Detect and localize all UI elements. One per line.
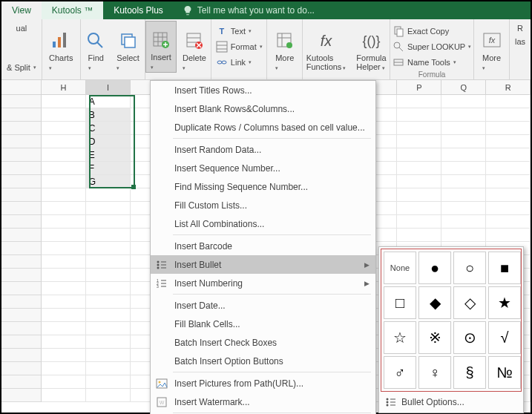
- bullet-male-sign[interactable]: ♂: [384, 356, 416, 389]
- bullet-section-sign[interactable]: §: [453, 356, 486, 389]
- insert-button[interactable]: Insert▾: [145, 21, 177, 73]
- bullet-filled-diamond[interactable]: ◆: [418, 286, 451, 319]
- menu-insert-blank-rows[interactable]: Insert Blank Rows&Columns...: [151, 99, 375, 118]
- menu-insert-barcode[interactable]: Insert Barcode: [151, 237, 375, 255]
- tellme-search[interactable]: Tell me what you want to do...: [183, 1, 315, 19]
- bullet-options-icon: [385, 396, 397, 408]
- cell[interactable]: B: [86, 108, 131, 122]
- svg-rect-0: [53, 42, 56, 47]
- tab-kutools-plus[interactable]: Kutools Plus: [103, 1, 174, 19]
- bullet-reference-mark[interactable]: ※: [418, 321, 451, 354]
- svg-text:fx: fx: [488, 36, 495, 45]
- bullet-none[interactable]: None: [384, 252, 416, 284]
- bullet-numero-sign[interactable]: №: [488, 356, 521, 389]
- copy-icon: [393, 25, 404, 37]
- menu-insert-titles-rows[interactable]: Insert Titles Rows...: [151, 81, 375, 99]
- cell[interactable]: F: [86, 162, 131, 175]
- svg-rect-1: [58, 37, 61, 47]
- menu-batch-insert-checkboxes[interactable]: Batch Insert Check Boxes: [151, 333, 375, 352]
- svg-point-3: [88, 33, 99, 44]
- menu-fill-custom-lists[interactable]: Fill Custom Lists...: [151, 196, 375, 214]
- exact-copy-button[interactable]: Exact Copy: [390, 24, 452, 39]
- chevron-right-icon: ▶: [364, 261, 370, 269]
- delete-button[interactable]: Delete▾: [178, 21, 211, 73]
- menu-insert-bullet[interactable]: Insert Bullet▶: [151, 255, 375, 274]
- super-lookup-button[interactable]: Super LOOKUP▾: [390, 39, 474, 54]
- lightbulb-icon: [183, 5, 193, 16]
- more-icon: [275, 30, 295, 51]
- svg-point-52: [387, 404, 389, 407]
- menu-insert-pictures-from-path[interactable]: Insert Pictures from Path(URL)...: [151, 374, 375, 392]
- bullet-open-diamond[interactable]: ◇: [453, 286, 486, 319]
- menu-find-missing-sequence[interactable]: Find Missing Sequence Number...: [151, 177, 375, 196]
- formula-group-label: Formula: [390, 70, 473, 79]
- format-icon: [216, 41, 228, 53]
- cell[interactable]: G: [86, 175, 131, 188]
- find-button[interactable]: Find▾: [81, 21, 111, 73]
- numbered-list-icon: 123: [154, 276, 170, 291]
- bullet-open-star[interactable]: ☆: [384, 321, 416, 354]
- menu-insert-sequence-number[interactable]: Insert Sequence Number...: [151, 159, 375, 177]
- menu-fill-blank-cells[interactable]: Fill Blank Cells...: [151, 315, 375, 333]
- col-header[interactable]: H: [42, 80, 86, 94]
- link-icon: [216, 56, 228, 68]
- lookup-icon: [393, 41, 404, 53]
- cell[interactable]: D: [86, 135, 131, 148]
- bullet-female-sign[interactable]: ♀: [418, 356, 451, 389]
- svg-point-36: [157, 266, 160, 269]
- tab-kutools[interactable]: Kutools ™: [42, 1, 103, 19]
- svg-rect-2: [63, 33, 66, 47]
- bullet-filled-circle[interactable]: ●: [418, 252, 451, 284]
- select-button[interactable]: Select▾: [112, 21, 144, 73]
- svg-line-29: [399, 47, 403, 51]
- split-button[interactable]: & Split▾: [4, 62, 39, 73]
- menu-insert-numbering[interactable]: 123Insert Numbering▶: [151, 274, 375, 292]
- cell[interactable]: E: [86, 148, 131, 162]
- col-header[interactable]: R: [486, 80, 531, 94]
- bullet-open-square[interactable]: □: [384, 286, 416, 319]
- name-tools-button[interactable]: Name Tools▾: [390, 55, 459, 70]
- kutools-functions-button[interactable]: fx KutoolsFunctions ▾: [302, 21, 351, 73]
- bullet-filled-square[interactable]: ■: [488, 252, 521, 284]
- menu-insert-random-data[interactable]: Insert Random Data...: [151, 140, 375, 159]
- ual-label: ual: [16, 21, 27, 36]
- menu-duplicate-rows[interactable]: Duplicate Rows / Columns based on cell v…: [151, 118, 375, 137]
- cell[interactable]: A: [86, 95, 131, 108]
- chevron-right-icon: ▶: [364, 280, 370, 287]
- insert-dropdown-menu: Insert Titles Rows... Insert Blank Rows&…: [150, 80, 376, 414]
- bullet-circled-dot[interactable]: ⊙: [453, 321, 486, 354]
- svg-point-25: [286, 42, 292, 48]
- charts-button[interactable]: Charts▾: [45, 21, 77, 73]
- bullet-filled-star[interactable]: ★: [488, 286, 521, 319]
- col-header[interactable]: P: [397, 80, 441, 94]
- menu-batch-insert-option-buttons[interactable]: Batch Insert Option Buttons: [151, 352, 375, 370]
- cell[interactable]: C: [86, 122, 131, 135]
- bullet-submenu: None ● ○ ■ □ ◆ ◇ ★ ☆ ※ ⊙ √ ♂ ♀ § № Bulle…: [378, 246, 524, 413]
- tab-view[interactable]: View: [1, 1, 42, 19]
- las-label: las: [513, 36, 527, 47]
- svg-point-20: [217, 61, 222, 64]
- fx-icon: fx: [316, 30, 337, 51]
- menu-insert-date[interactable]: Insert Date...: [151, 296, 375, 315]
- format-button[interactable]: Format▾: [213, 39, 266, 54]
- bullet-options-button[interactable]: Bullet Options...: [381, 392, 522, 411]
- watermark-icon: W: [154, 395, 170, 410]
- col-header[interactable]: I: [86, 80, 131, 94]
- link-button[interactable]: Link▾: [213, 55, 266, 70]
- formula-helper-button[interactable]: {()} FormulaHelper ▾: [352, 21, 390, 73]
- fx-box-icon: fx: [482, 30, 502, 51]
- more-button-1[interactable]: More▾: [270, 21, 300, 73]
- delete-icon: [184, 30, 205, 51]
- svg-point-34: [157, 260, 160, 263]
- more-button-2[interactable]: fx More▾: [477, 21, 507, 73]
- menu-insert-watermark[interactable]: WInsert Watermark...: [151, 392, 375, 411]
- bullet-checkmark[interactable]: √: [488, 321, 521, 354]
- select-icon: [118, 30, 139, 51]
- bullet-open-circle[interactable]: ○: [453, 252, 486, 284]
- picture-icon: [154, 376, 170, 391]
- svg-rect-17: [217, 42, 227, 52]
- col-header[interactable]: Q: [441, 80, 486, 94]
- chart-icon: [50, 30, 71, 51]
- menu-list-all-combinations[interactable]: List All Combinations...: [151, 214, 375, 233]
- text-button[interactable]: TText▾: [213, 24, 266, 39]
